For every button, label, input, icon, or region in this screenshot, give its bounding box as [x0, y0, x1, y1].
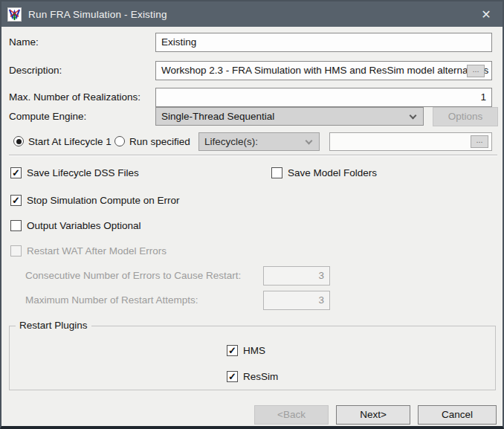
max-realizations-input[interactable]: 1: [155, 88, 492, 107]
run-fra-simulation-dialog: Run FRA Simulation - Existing ✕ Name: Ex…: [0, 0, 504, 429]
radio-selected-icon: [13, 136, 24, 146]
lifecycle-input[interactable]: ...: [329, 132, 492, 151]
output-variables-checkbox[interactable]: Output Variables Optional: [10, 219, 141, 231]
compute-engine-dropdown[interactable]: Single-Thread Sequential: [155, 107, 424, 126]
ressim-label: ResSim: [243, 371, 278, 382]
max-restart-attempts-input[interactable]: 3: [263, 291, 330, 310]
restart-wat-checkbox[interactable]: Restart WAT After Model Errors: [10, 245, 167, 257]
start-at-lifecycle-label: Start At Lifecycle 1: [28, 136, 112, 147]
description-text: Workshop 2.3 - FRA Simulation with HMS a…: [161, 65, 488, 76]
chevron-down-icon: [410, 112, 417, 120]
stop-on-error-checkbox[interactable]: ✓ Stop Simulation Compute on Error: [10, 194, 180, 206]
description-browse-button[interactable]: ...: [467, 65, 485, 77]
ressim-checkbox[interactable]: ✓ ResSim: [227, 370, 278, 382]
restart-wat-label: Restart WAT After Model Errors: [27, 245, 167, 257]
restart-plugins-group: Restart Plugins ✓ HMS ✓ ResSim: [9, 326, 496, 390]
titlebar: Run FRA Simulation - Existing ✕: [1, 1, 503, 27]
compute-engine-label: Compute Engine:: [9, 107, 86, 126]
name-label: Name:: [9, 33, 39, 52]
checkbox-checked-icon: ✓: [227, 371, 238, 382]
output-variables-label: Output Variables Optional: [27, 220, 141, 231]
cancel-button[interactable]: Cancel: [418, 405, 497, 425]
description-label: Description:: [9, 61, 62, 80]
start-at-lifecycle-radio[interactable]: Start At Lifecycle 1: [13, 132, 112, 150]
checkbox-unchecked-icon: [10, 245, 22, 257]
max-restart-attempts-label: Maximum Number of Restart Attempts:: [25, 291, 198, 310]
consecutive-errors-label: Consecutive Number of Errors to Cause Re…: [25, 266, 241, 286]
back-button[interactable]: <Back: [254, 405, 329, 425]
checkbox-unchecked-icon: [271, 167, 282, 178]
window-title: Run FRA Simulation - Existing: [28, 9, 167, 20]
description-input[interactable]: Workshop 2.3 - FRA Simulation with HMS a…: [155, 61, 492, 80]
save-model-folders-label: Save Model Folders: [288, 167, 377, 178]
run-specified-label: Run specified: [129, 136, 190, 147]
options-button[interactable]: Options: [433, 107, 498, 126]
close-icon[interactable]: ✕: [470, 1, 503, 27]
next-button[interactable]: Next>: [336, 405, 410, 425]
restart-plugins-title: Restart Plugins: [16, 320, 91, 331]
lifecycle-dropdown[interactable]: Lifecycle(s):: [198, 132, 320, 151]
compute-engine-value: Single-Thread Sequential: [161, 111, 274, 122]
checkbox-checked-icon: ✓: [10, 195, 22, 206]
checkbox-checked-icon: ✓: [10, 167, 22, 178]
stop-on-error-label: Stop Simulation Compute on Error: [27, 195, 180, 206]
save-lifecycle-dss-checkbox[interactable]: ✓ Save Lifecycle DSS Files: [10, 167, 139, 178]
save-lifecycle-dss-label: Save Lifecycle DSS Files: [27, 167, 139, 178]
name-input[interactable]: Existing: [155, 33, 492, 52]
radio-unselected-icon: [114, 136, 125, 146]
chevron-down-icon: [306, 138, 313, 145]
consecutive-errors-input[interactable]: 3: [263, 266, 330, 286]
dialog-body: Name: Existing Description: Workshop 2.3…: [1, 27, 503, 426]
run-specified-radio[interactable]: Run specified: [114, 132, 190, 150]
save-model-folders-checkbox[interactable]: Save Model Folders: [271, 167, 377, 178]
checkbox-unchecked-icon: [10, 220, 22, 231]
max-realizations-label: Max. Number of Realizations:: [9, 88, 140, 107]
checkbox-checked-icon: ✓: [227, 345, 238, 356]
lifecycle-browse-button[interactable]: ...: [471, 135, 488, 148]
hms-label: HMS: [243, 345, 265, 356]
separator: [9, 155, 497, 156]
hec-wat-app-icon: [7, 7, 22, 22]
lifecycle-dropdown-value: Lifecycle(s):: [204, 136, 258, 147]
hms-checkbox[interactable]: ✓ HMS: [227, 344, 265, 356]
